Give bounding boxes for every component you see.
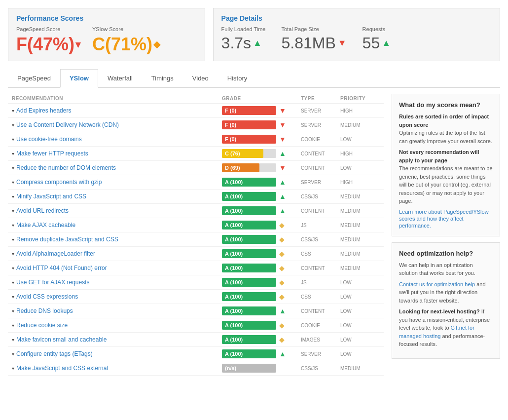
- grade-up-icon: ▲: [279, 192, 286, 200]
- tab-video[interactable]: Video: [183, 69, 218, 88]
- tab-history[interactable]: History: [218, 69, 256, 88]
- grade-diamond-icon: ◆: [279, 321, 285, 329]
- grade-cell: A (100) ◆: [222, 335, 301, 344]
- page-details-panel: Page Details Fully Loaded Time 3.7s ▲ To…: [213, 8, 500, 61]
- priority-cell: MEDIUM: [340, 223, 380, 228]
- requests-value: 55 ▲: [363, 34, 391, 52]
- optimization-help-p1: We can help in an optimization solution …: [399, 261, 493, 277]
- grade-up-icon: ▲: [279, 350, 286, 358]
- recommendation-link[interactable]: ▾ Make fewer HTTP requests: [12, 150, 222, 157]
- optimization-help-title: Need optimization help?: [399, 250, 493, 257]
- expand-arrow-icon: ▾: [12, 308, 14, 314]
- recommendation-link[interactable]: ▾ Avoid CSS expressions: [12, 293, 222, 300]
- table-row: ▾ Reduce cookie size A (100) ◆ COOKIE LO…: [8, 318, 384, 333]
- expand-arrow-icon: ▾: [12, 223, 14, 228]
- priority-cell: MEDIUM: [340, 237, 380, 242]
- scores-meaning-link[interactable]: Learn more about PageSpeed/YSlow scores …: [399, 209, 489, 229]
- expand-arrow-icon: ▾: [12, 194, 14, 199]
- table-row: ▾ Use a Content Delivery Network (CDN) F…: [8, 118, 384, 132]
- table-header: RECOMMENDATION GRADE TYPE PRIORITY: [8, 94, 384, 104]
- yslow-trend-icon: ◆: [153, 39, 160, 50]
- recommendation-link[interactable]: ▾ Avoid HTTP 404 (Not Found) error: [12, 265, 222, 271]
- table-row: ▾ Reduce DNS lookups A (100) ▲ CONTENT L…: [8, 304, 384, 318]
- grade-cell: A (100) ▲: [222, 206, 301, 215]
- recommendation-link[interactable]: ▾ Use a Content Delivery Network (CDN): [12, 121, 222, 128]
- table-row: ▾ Use cookie-free domains F (0) ▼ COOKIE…: [8, 132, 384, 147]
- recommendation-link[interactable]: ▾ Make AJAX cacheable: [12, 222, 222, 229]
- scores-meaning-title: What do my scores mean?: [399, 101, 493, 109]
- recommendation-link[interactable]: ▾ Avoid AlphaImageLoader filter: [12, 250, 222, 257]
- table-row: ▾ Use GET for AJAX requests A (100) ◆ JS…: [8, 275, 384, 290]
- table-row: ▾ Make favicon small and cacheable A (10…: [8, 333, 384, 347]
- tab-yslow[interactable]: YSlow: [60, 69, 98, 88]
- grade-cell: A (100) ▲: [222, 306, 301, 315]
- type-cell: CONTENT: [301, 208, 340, 214]
- table-row: ▾ Compress components with gzip A (100) …: [8, 175, 384, 190]
- priority-cell: LOW: [340, 165, 380, 171]
- recommendation-link[interactable]: ▾ Configure entity tags (ETags): [12, 350, 222, 357]
- recommendation-link[interactable]: ▾ Reduce the number of DOM elements: [12, 164, 222, 171]
- table-row: ▾ Avoid AlphaImageLoader filter A (100) …: [8, 247, 384, 261]
- grade-diamond-icon: ◆: [279, 293, 285, 301]
- recommendation-link[interactable]: ▾ Use cookie-free domains: [12, 136, 222, 143]
- grade-cell: A (100) ▲: [222, 178, 301, 187]
- requests-label: Requests: [363, 26, 391, 32]
- type-cell: JS: [301, 223, 340, 228]
- loaded-trend-icon: ▲: [253, 38, 262, 48]
- tab-timings[interactable]: Timings: [142, 69, 183, 88]
- type-cell: CONTENT: [301, 266, 340, 271]
- loaded-label: Fully Loaded Time: [221, 26, 266, 32]
- yslow-label: YSlow Score: [92, 26, 160, 32]
- type-cell: CONTENT: [301, 165, 340, 171]
- table-row: ▾ Reduce the number of DOM elements D (6…: [8, 161, 384, 175]
- recommendation-link[interactable]: ▾ Avoid URL redirects: [12, 207, 222, 214]
- size-label: Total Page Size: [281, 26, 346, 32]
- grade-up-icon: ▲: [279, 178, 286, 186]
- table-row: ▾ Make fewer HTTP requests C (76) ▲ CONT…: [8, 147, 384, 161]
- type-cell: SERVER: [301, 108, 340, 114]
- expand-arrow-icon: ▾: [12, 266, 14, 271]
- grade-cell: A (100) ◆: [222, 221, 301, 229]
- type-cell: CSS: [301, 251, 340, 257]
- sidebar: What do my scores mean? Rules are sorted…: [392, 94, 500, 376]
- priority-cell: HIGH: [340, 108, 380, 114]
- grade-cell: F (0) ▼: [222, 135, 301, 144]
- priority-cell: LOW: [340, 137, 380, 142]
- recommendation-link[interactable]: ▾ Use GET for AJAX requests: [12, 279, 222, 286]
- table-row: ▾ Avoid URL redirects A (100) ▲ CONTENT …: [8, 204, 384, 218]
- recommendation-link[interactable]: ▾ Remove duplicate JavaScript and CSS: [12, 236, 222, 243]
- recommendation-link[interactable]: ▾ Make favicon small and cacheable: [12, 336, 222, 343]
- table-row: ▾ Make JavaScript and CSS external (n/a)…: [8, 361, 384, 376]
- col-grade: GRADE: [222, 96, 301, 101]
- recommendation-link[interactable]: ▾ Make JavaScript and CSS external: [12, 365, 222, 372]
- grade-down-icon: ▼: [279, 164, 286, 172]
- priority-cell: LOW: [340, 351, 380, 357]
- grade-cell: A (100) ◆: [222, 292, 301, 301]
- contact-link[interactable]: Contact us for optimization help: [399, 281, 475, 287]
- grade-up-icon: ▲: [279, 207, 286, 215]
- recommendation-link[interactable]: ▾ Reduce cookie size: [12, 322, 222, 329]
- performance-scores-title: Performance Scores: [16, 14, 197, 22]
- grade-diamond-icon: ◆: [279, 250, 285, 258]
- page-details-title: Page Details: [221, 14, 492, 22]
- grade-diamond-icon: ◆: [279, 264, 285, 272]
- pagespeed-score-item: PageSpeed Score F(47%) ▾: [16, 26, 80, 55]
- grade-diamond-icon: ◆: [279, 278, 285, 286]
- grade-cell: A (100) ◆: [222, 235, 301, 244]
- grade-cell: A (100) ◆: [222, 264, 301, 272]
- recommendation-link[interactable]: ▾ Minify JavaScript and CSS: [12, 193, 222, 200]
- expand-arrow-icon: ▾: [12, 165, 14, 171]
- recommendation-link[interactable]: ▾ Compress components with gzip: [12, 179, 222, 186]
- table-row: ▾ Avoid HTTP 404 (Not Found) error A (10…: [8, 261, 384, 275]
- expand-arrow-icon: ▾: [12, 280, 14, 285]
- tab-waterfall[interactable]: Waterfall: [98, 69, 142, 88]
- size-trend-icon: ▼: [338, 38, 347, 48]
- grade-up-icon: ▲: [279, 150, 286, 157]
- grade-up-icon: ▲: [279, 307, 286, 315]
- col-priority: PRIORITY: [340, 96, 380, 101]
- tab-pagespeed[interactable]: PageSpeed: [8, 69, 60, 88]
- recommendation-link[interactable]: ▾ Add Expires headers: [12, 107, 222, 114]
- grade-down-icon: ▼: [279, 121, 286, 129]
- grade-diamond-icon: ◆: [279, 221, 285, 229]
- recommendation-link[interactable]: ▾ Reduce DNS lookups: [12, 307, 222, 314]
